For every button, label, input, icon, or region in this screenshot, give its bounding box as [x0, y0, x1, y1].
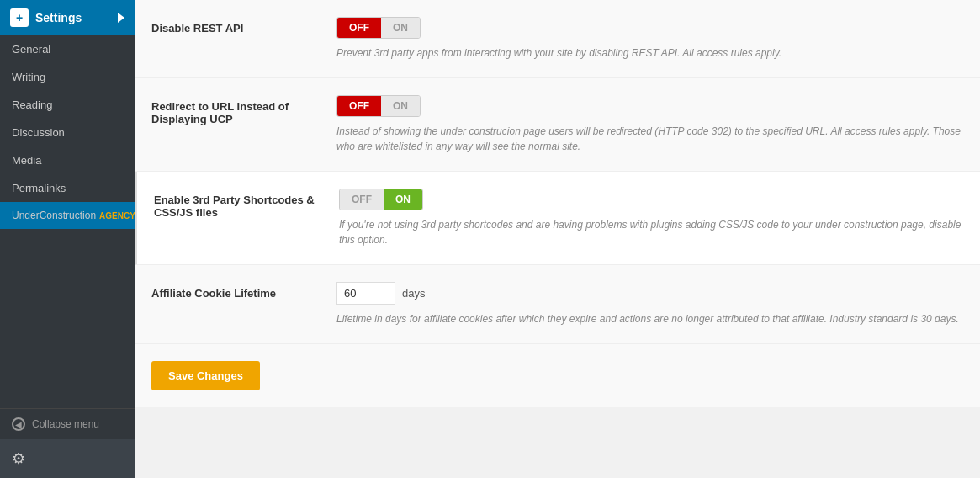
shortcodes-label: Enable 3rd Party Shortcodes & CSS/JS fil… [154, 189, 339, 219]
disable-rest-api-row: Disable REST API OFF ON Prevent 3rd part… [135, 0, 980, 78]
toggle-off-button[interactable]: OFF [337, 18, 381, 38]
save-section: Save Changes [135, 344, 980, 407]
sidebar-title: Settings [35, 11, 82, 24]
collapse-label: Collapse menu [32, 418, 99, 430]
redirect-url-toggle[interactable]: OFF ON [336, 95, 421, 117]
collapse-icon: ◀ [12, 417, 25, 431]
disable-rest-api-description: Prevent 3rd party apps from interacting … [336, 45, 963, 61]
underconstruction-label: UnderConstruction [12, 210, 96, 221]
shortcodes-description: If you're not using 3rd party shortcodes… [339, 217, 963, 247]
shortcodes-toggle[interactable]: OFF ON [339, 189, 423, 210]
save-button[interactable]: Save Changes [151, 361, 260, 390]
affiliate-input-group: days [336, 282, 963, 305]
sidebar-item-media[interactable]: Media [0, 146, 135, 174]
sidebar-item-permalinks[interactable]: Permalinks [0, 174, 135, 202]
shortcodes-control: OFF ON If you're not using 3rd party sho… [339, 189, 963, 247]
sidebar-header: + Settings [0, 0, 135, 35]
sidebar-item-underconstruction[interactable]: UnderConstructionAGENCY [0, 202, 135, 229]
redirect-url-label: Redirect to URL Instead of Displaying UC… [151, 95, 336, 125]
sidebar-bottom: ⚙ [0, 439, 135, 478]
toggle-off-button[interactable]: OFF [340, 189, 384, 210]
sidebar-chevron-icon [118, 13, 124, 23]
gear-icon: ⚙ [12, 449, 25, 468]
sidebar-item-general[interactable]: General [0, 35, 135, 63]
affiliate-cookie-input[interactable] [336, 282, 395, 305]
disable-rest-api-control: OFF ON Prevent 3rd party apps from inter… [336, 17, 963, 61]
shortcodes-row: Enable 3rd Party Shortcodes & CSS/JS fil… [135, 172, 980, 265]
affiliate-cookie-label: Affiliate Cookie Lifetime [151, 282, 336, 300]
toggle-on-button[interactable]: ON [381, 96, 420, 116]
affiliate-cookie-row: Affiliate Cookie Lifetime days Lifetime … [135, 265, 980, 344]
toggle-on-button[interactable]: ON [384, 189, 422, 210]
toggle-on-button[interactable]: ON [381, 18, 420, 38]
settings-plus-icon: + [10, 8, 29, 27]
affiliate-cookie-control: days Lifetime in days for affiliate cook… [336, 282, 963, 327]
sidebar-item-reading[interactable]: Reading [0, 91, 135, 119]
redirect-url-control: OFF ON Instead of showing the under cons… [336, 95, 963, 154]
disable-rest-api-toggle[interactable]: OFF ON [336, 17, 421, 39]
toggle-off-button[interactable]: OFF [337, 96, 381, 116]
collapse-menu-button[interactable]: ◀ Collapse menu [0, 408, 135, 439]
redirect-url-row: Redirect to URL Instead of Displaying UC… [135, 78, 980, 172]
sidebar-nav: General Writing Reading Discussion Media… [0, 35, 135, 408]
disable-rest-api-label: Disable REST API [151, 17, 336, 35]
main-content: Disable REST API OFF ON Prevent 3rd part… [135, 0, 980, 478]
sidebar-item-discussion[interactable]: Discussion [0, 119, 135, 146]
affiliate-cookie-suffix: days [402, 287, 425, 300]
sidebar-item-writing[interactable]: Writing [0, 63, 135, 91]
redirect-url-description: Instead of showing the under construcion… [336, 124, 963, 154]
agency-badge: AGENCY [99, 211, 135, 220]
sidebar: + Settings General Writing Reading Discu… [0, 0, 135, 478]
affiliate-cookie-description: Lifetime in days for affiliate cookies a… [336, 311, 963, 327]
